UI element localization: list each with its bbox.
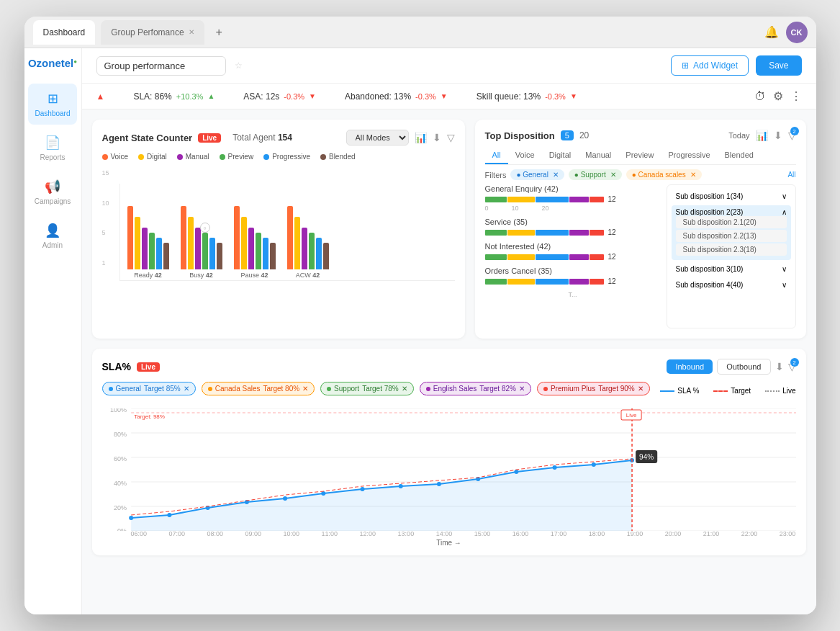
acw-label: ACW 42	[296, 272, 320, 279]
sidebar-item-admin[interactable]: 👤 Admin	[28, 215, 77, 256]
legend-sla-pct: SLA %	[660, 387, 699, 395]
tab-group-performance[interactable]: Group Perfomance ✕	[101, 20, 204, 45]
tab-all[interactable]: All	[485, 147, 508, 164]
mode-select[interactable]: All Modes	[346, 130, 409, 146]
tab-dashboard[interactable]: Dashboard	[33, 20, 96, 45]
close-tab-icon[interactable]: ✕	[189, 28, 194, 36]
disp-download-icon[interactable]: ⬇	[774, 130, 782, 141]
skill-queue-change: -0.3%	[545, 92, 566, 101]
sidebar-item-campaigns[interactable]: 📢 Campaigns	[28, 171, 77, 212]
bar-group-acw: ACW 42	[287, 190, 329, 279]
tab-preview[interactable]: Preview	[618, 147, 661, 164]
filter-canada[interactable]: ● Canada scales ✕	[626, 169, 702, 180]
sla-chip-general-x[interactable]: ✕	[184, 385, 189, 393]
sla-legend: SLA % Target Live	[660, 387, 795, 395]
metrics-bar: ▲ SLA: 86% +10.3% ▲ ASA: 12s -0.3% ▼ Aba…	[82, 84, 816, 109]
sla-chip-premium-name: Premium Plus	[551, 385, 595, 393]
sla-title: SLA%	[102, 361, 131, 372]
outbound-button[interactable]: Outbound	[717, 359, 770, 375]
sub-sub-2-2[interactable]: Sub disposition 2.2(13)	[676, 230, 787, 242]
add-widget-button[interactable]: ⊞ Add Widget	[671, 55, 749, 76]
axis-hint: T...	[485, 291, 661, 298]
tab-progressive[interactable]: Progressive	[661, 147, 717, 164]
legend-digital: Digital	[138, 153, 167, 161]
y-axis: 151015	[102, 169, 118, 267]
sla-filter-badge: 2	[790, 358, 799, 367]
add-tab-button[interactable]: +	[210, 26, 228, 39]
sub-sub-2-3[interactable]: Sub disposition 2.3(18)	[676, 243, 787, 256]
chart-icon[interactable]: 📊	[415, 132, 427, 143]
favorite-icon[interactable]: ☆	[235, 61, 243, 71]
sla-chip-general[interactable]: General Target 85% ✕	[102, 382, 196, 395]
sla-chip-canada-target: Target 80%	[263, 385, 300, 393]
sidebar-item-campaigns-label: Campaigns	[35, 197, 71, 205]
widget-icon: ⊞	[682, 61, 689, 71]
top-actions: ⊞ Add Widget Save	[671, 55, 801, 76]
disp-item-4: Orders Cancel (35)	[485, 267, 661, 285]
tab-digital[interactable]: Digital	[542, 147, 579, 164]
sub-disp-1[interactable]: Sub disposition 1(34) ∨	[672, 189, 791, 203]
legend-manual: Manual	[177, 153, 209, 161]
tab-blended[interactable]: Blended	[718, 147, 761, 164]
page-title-input[interactable]	[96, 56, 226, 76]
filter-support[interactable]: ● Support ✕	[569, 169, 622, 180]
bar-groups-container: Ready 42 ○	[119, 184, 455, 281]
disposition-today: Today	[728, 131, 749, 140]
avatar[interactable]: CK	[786, 22, 808, 43]
disposition-content: General Enquiry (42)	[485, 184, 796, 328]
timer-icon[interactable]: ⏱	[754, 90, 766, 103]
sub-disp-3[interactable]: Sub disposition 3(10) ∨	[672, 262, 791, 276]
filter-general[interactable]: ● General ✕	[510, 169, 564, 180]
sla-chip-support[interactable]: Support Target 78% ✕	[320, 382, 414, 395]
sub-disp-2[interactable]: Sub disposition 2(23) ∧ Sub disposition …	[672, 205, 791, 260]
disposition-list: General Enquiry (42)	[485, 184, 661, 328]
agent-state-header: Agent State Counter Live Total Agent 154…	[102, 130, 455, 146]
sidebar-item-dashboard[interactable]: ⊞ Dashboard	[28, 84, 77, 125]
sla-chip-premium-x[interactable]: ✕	[638, 385, 643, 393]
filters-label: Filters	[485, 171, 507, 179]
sla-chip-canada-x[interactable]: ✕	[302, 385, 308, 393]
sla-chart-area: 100% 80% 60% 40% 20% 0% Target: 98%	[102, 408, 796, 545]
bar-group-ready: Ready 42	[127, 190, 169, 279]
save-button[interactable]: Save	[756, 55, 801, 76]
disp-item-1-scale: 01020	[485, 205, 661, 212]
sidebar-item-reports[interactable]: 📄 Reports	[28, 127, 77, 169]
sub-disp-2-header: Sub disposition 2(23) ∧	[676, 208, 787, 216]
sla-chip-english[interactable]: English Sales Target 82% ✕	[420, 382, 531, 395]
more-icon[interactable]: ⋮	[790, 89, 802, 103]
inbound-button[interactable]: Inbound	[667, 359, 713, 374]
sla-arrow-up-icon: ▲	[207, 92, 214, 100]
sla-chip-english-x[interactable]: ✕	[519, 385, 525, 393]
filter-icon[interactable]: ⚙	[773, 89, 783, 103]
sla-chip-support-x[interactable]: ✕	[402, 385, 407, 393]
sla-chip-premium[interactable]: Premium Plus Target 90% ✕	[537, 382, 650, 395]
browser-actions: 🔔 CK	[764, 22, 808, 43]
sla-chip-english-name: English Sales	[433, 385, 477, 393]
disp-item-4-label: Orders Cancel (35)	[485, 267, 661, 275]
ready-label: Ready 42	[134, 272, 162, 279]
svg-text:Live: Live	[626, 412, 636, 419]
sub-disp-4[interactable]: Sub disposition 4(40) ∨	[672, 278, 791, 292]
disp-chart-icon[interactable]: 📊	[756, 130, 768, 141]
legend-live: Live	[765, 387, 795, 395]
sla-chip-canada[interactable]: Canada Sales Target 80% ✕	[202, 382, 315, 395]
metric-asa: ASA: 12s -0.3% ▼	[243, 91, 316, 102]
sla-chip-support-target: Target 78%	[362, 385, 399, 393]
tab-manual[interactable]: Manual	[578, 147, 618, 164]
sub-sub-2-1[interactable]: Sub disposition 2.1(20)	[676, 216, 787, 228]
filter2-icon[interactable]: ▽	[447, 132, 455, 143]
disp-item-3-label: Not Interested (42)	[485, 242, 661, 251]
metrics-actions: ⏱ ⚙ ⋮	[754, 89, 802, 103]
browser-bar: Dashboard Group Perfomance ✕ + 🔔 CK	[24, 17, 816, 48]
notification-icon[interactable]: 🔔	[764, 25, 779, 39]
sub-disp-4-chevron: ∨	[782, 281, 787, 289]
bar-group-busy: ○ Busy 42	[181, 190, 222, 279]
sla-download-icon[interactable]: ⬇	[775, 361, 784, 372]
download-icon[interactable]: ⬇	[433, 132, 441, 143]
disposition-filters: Filters ● General ✕ ● Support ✕ ● Canada…	[485, 169, 796, 180]
tab-voice[interactable]: Voice	[508, 147, 542, 164]
dashboard-panels: Agent State Counter Live Total Agent 154…	[82, 109, 816, 614]
asa-change: -0.3%	[284, 92, 304, 101]
metric-sla: SLA: 86% +10.3% ▲	[133, 91, 214, 102]
all-link[interactable]: All	[787, 171, 795, 179]
